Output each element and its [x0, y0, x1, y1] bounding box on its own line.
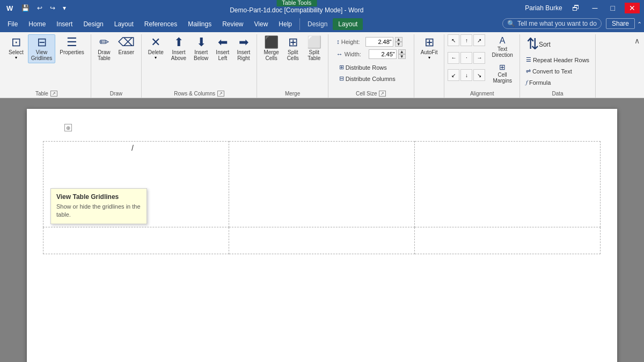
delete-button[interactable]: ✕ Delete ▾ [145, 34, 167, 62]
menu-insert[interactable]: Insert [51, 18, 78, 30]
cell-size-group-content: ↕ Height: ▲ ▼ ↔ Width: ▲ ▼ [336, 34, 406, 90]
document-area: ⊕ / View Table Gridline [0, 98, 644, 362]
delete-label: Delete [148, 49, 164, 55]
width-down-icon[interactable]: ▼ [398, 54, 406, 59]
draw-group-label: Draw [94, 90, 138, 98]
menu-design[interactable]: Design [78, 18, 108, 30]
insert-left-label: InsertLeft [216, 49, 229, 61]
align-top-left[interactable]: ↖ [448, 34, 459, 46]
split-cells-button[interactable]: ⊞ SplitCells [283, 34, 303, 63]
select-button[interactable]: ⊡ Select ▾ [5, 34, 27, 62]
menu-table-layout[interactable]: Layout [333, 18, 363, 30]
distribute-rows-button[interactable]: ⊞ Distribute Rows [336, 62, 398, 72]
height-up-icon[interactable]: ▲ [395, 37, 402, 42]
restore-icon[interactable]: 🗗 [569, 3, 583, 13]
insert-above-button[interactable]: ⬆ InsertAbove [168, 34, 189, 63]
height-down-icon[interactable]: ▼ [395, 42, 402, 47]
menu-review[interactable]: Review [217, 18, 248, 30]
autofit-icon: ⊞ [425, 36, 434, 48]
distribute-columns-button[interactable]: ⊟ Distribute Columns [336, 73, 398, 84]
align-middle-center[interactable]: · [460, 52, 472, 64]
menu-help[interactable]: Help [273, 18, 297, 30]
insert-right-button[interactable]: ➡ InsertRight [233, 34, 253, 63]
alignment-grid: ↖ ↑ ↗ ← · → ↙ ↓ ↘ [448, 34, 485, 86]
view-gridlines-label: ViewGridlines [31, 49, 52, 61]
tooltip-text: Show or hide the gridlines in the table. [56, 203, 141, 219]
menu-references[interactable]: References [139, 18, 182, 30]
align-bottom-right[interactable]: ↘ [473, 69, 485, 81]
maximize-button[interactable]: □ [608, 3, 618, 13]
title-bar-right: Pariah Burke 🗗 ─ □ ✕ [525, 3, 640, 13]
rows-cols-dialog-icon[interactable]: ↗ [217, 91, 224, 97]
align-middle-left[interactable]: ← [448, 52, 459, 64]
autofit-button[interactable]: ⊞ AutoFit ▾ [418, 34, 441, 62]
share-button[interactable]: Share [606, 18, 635, 29]
table-row-2 [43, 227, 601, 254]
merge-cells-button[interactable]: ⬛ MergeCells [260, 34, 282, 63]
menu-view[interactable]: View [249, 18, 274, 30]
height-spinner[interactable]: ▲ ▼ [395, 37, 402, 47]
search-icon: 🔍 [507, 20, 515, 27]
eraser-label: Eraser [119, 49, 134, 55]
text-direction-label: TextDirection [492, 46, 513, 58]
menu-mailings[interactable]: Mailings [182, 18, 217, 30]
width-spinner[interactable]: ▲ ▼ [398, 49, 406, 59]
redo-icon[interactable]: ↪ [48, 3, 57, 13]
align-bottom-left[interactable]: ↙ [448, 69, 459, 81]
height-icon: ↕ [336, 38, 340, 46]
align-top-right[interactable]: ↗ [473, 34, 485, 46]
cell-size-group-label[interactable]: Cell Size ↗ [332, 90, 411, 98]
undo-icon[interactable]: ↩ [35, 3, 45, 13]
cell-margins-button[interactable]: ⊞ CellMargins [488, 61, 516, 86]
properties-button[interactable]: ☰ Properties [56, 34, 87, 57]
table-cell-1-3[interactable] [414, 142, 600, 227]
table-cell-2-1[interactable] [43, 227, 229, 254]
height-input[interactable] [365, 37, 393, 47]
table-cell-2-3[interactable] [414, 227, 600, 254]
properties-label: Properties [60, 49, 84, 55]
convert-to-text-button[interactable]: ⇌ Convert to Text [523, 66, 575, 76]
user-name: Pariah Burke [525, 4, 562, 12]
quick-access-more-icon[interactable]: ▾ [61, 3, 68, 13]
insert-left-button[interactable]: ⬅ InsertLeft [213, 34, 232, 63]
split-table-icon: ⬜ [307, 36, 321, 48]
menu-home[interactable]: Home [23, 18, 51, 30]
table-cell-1-2[interactable] [229, 142, 414, 227]
distribute-cols-icon: ⊟ [339, 75, 344, 82]
ribbon-collapse-icon[interactable]: ∧ [632, 34, 642, 47]
minimize-button[interactable]: ─ [589, 3, 601, 13]
insert-right-icon: ➡ [239, 36, 248, 48]
align-top-center[interactable]: ↑ [460, 34, 472, 46]
menu-file[interactable]: File [2, 18, 23, 30]
close-button[interactable]: ✕ [625, 3, 640, 13]
repeat-header-rows-button[interactable]: ☰ Repeat Header Rows [523, 55, 592, 65]
collapse-ribbon-icon[interactable]: ⌃ [637, 21, 642, 28]
table-group-label[interactable]: Table ↗ [5, 90, 87, 98]
tell-me-input[interactable]: 🔍 Tell me what you want to do [502, 18, 602, 29]
draw-table-button[interactable]: ✏ DrawTable [94, 34, 114, 63]
insert-below-button[interactable]: ⬇ InsertBelow [191, 34, 211, 63]
formula-button[interactable]: 𝑓 Formula [523, 77, 553, 87]
table-move-handle[interactable]: ⊕ [64, 124, 72, 131]
ribbon-group-merge: ⬛ MergeCells ⊞ SplitCells ⬜ SplitTable M… [257, 34, 328, 98]
cell-size-dialog-icon[interactable]: ↗ [379, 91, 386, 97]
menu-table-design[interactable]: Design [302, 18, 333, 30]
text-direction-button[interactable]: A TextDirection [488, 34, 516, 60]
eraser-button[interactable]: ⌫ Eraser [115, 34, 138, 57]
width-input[interactable] [369, 49, 397, 59]
view-gridlines-button[interactable]: ⊟ ViewGridlines [28, 34, 55, 63]
formula-label: Formula [529, 79, 551, 86]
split-table-button[interactable]: ⬜ SplitTable [304, 34, 325, 63]
document-title: Demo-Part-1d.doc [Compatibility Mode] - … [230, 6, 363, 14]
table-group-dialog-icon[interactable]: ↗ [50, 91, 57, 97]
menu-layout-main[interactable]: Layout [109, 18, 139, 30]
width-up-icon[interactable]: ▲ [398, 49, 406, 54]
formula-icon: 𝑓 [526, 79, 528, 86]
align-middle-right[interactable]: → [473, 52, 485, 64]
save-icon[interactable]: 💾 [19, 3, 32, 13]
rows-cols-group-label[interactable]: Rows & Columns ↗ [145, 90, 254, 98]
sort-button[interactable]: ⇅ Sort [523, 34, 566, 54]
align-bottom-center[interactable]: ↓ [460, 69, 472, 81]
table-cell-2-2[interactable] [229, 227, 414, 254]
alignment-group-content: ↖ ↑ ↗ ← · → ↙ ↓ ↘ A TextDirection [448, 34, 516, 90]
